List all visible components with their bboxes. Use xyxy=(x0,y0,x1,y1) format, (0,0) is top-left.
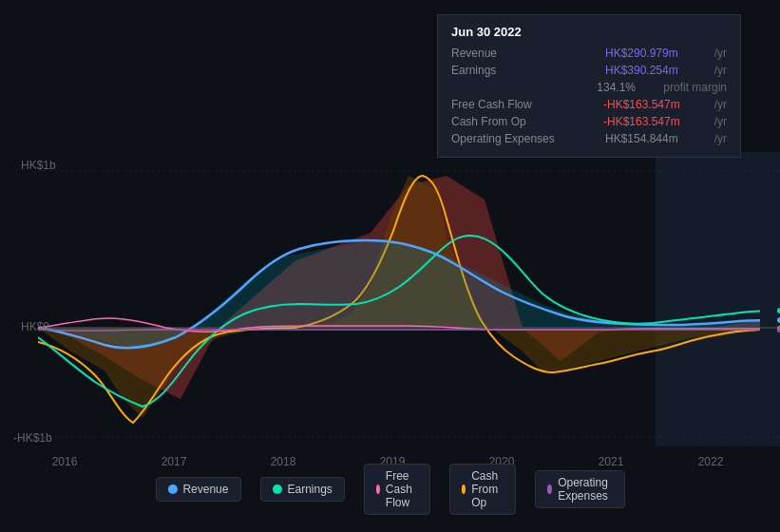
tooltip-profit-margin-value: 134.1% xyxy=(597,81,636,94)
legend-revenue-label: Revenue xyxy=(182,483,228,496)
tooltip-cashfromop-row: Cash From Op -HK$163.547m /yr xyxy=(451,113,727,130)
legend-cashfromop-label: Cash From Op xyxy=(471,469,504,509)
legend-fcf-label: Free Cash Flow xyxy=(386,469,418,509)
legend-opex-label: Operating Expenses xyxy=(558,476,612,503)
legend: Revenue Earnings Free Cash Flow Cash Fro… xyxy=(155,464,624,515)
tooltip-earnings-value: HK$390.254m xyxy=(605,64,678,77)
tooltip-revenue-row: Revenue HK$290.979m /yr xyxy=(451,45,727,62)
svg-text:2022: 2022 xyxy=(698,455,724,468)
legend-earnings-dot xyxy=(272,484,281,494)
tooltip-profit-margin-row: 134.1% profit margin xyxy=(451,79,727,96)
tooltip-date: Jun 30 2022 xyxy=(451,25,727,39)
tooltip-earnings-row: Earnings HK$390.254m /yr xyxy=(451,62,727,79)
tooltip-revenue-unit: /yr xyxy=(714,47,727,60)
tooltip-box: Jun 30 2022 Revenue HK$290.979m /yr Earn… xyxy=(437,14,741,158)
legend-revenue-dot xyxy=(167,484,177,494)
tooltip-revenue-label: Revenue xyxy=(451,47,575,60)
tooltip-opex-value: HK$154.844m xyxy=(605,132,678,145)
legend-operating-expenses[interactable]: Operating Expenses xyxy=(535,470,625,508)
tooltip-cashfromop-unit: /yr xyxy=(714,115,727,128)
legend-opex-dot xyxy=(547,484,552,494)
tooltip-earnings-label: Earnings xyxy=(451,64,575,77)
legend-earnings[interactable]: Earnings xyxy=(259,477,344,502)
tooltip-opex-label: Operating Expenses xyxy=(451,132,575,145)
tooltip-fcf-unit: /yr xyxy=(714,98,727,111)
tooltip-earnings-unit: /yr xyxy=(714,64,727,77)
tooltip-revenue-value: HK$290.979m xyxy=(605,47,678,60)
chart-container: HK$1b HK$0 -HK$1b 2016 2017 2018 2019 20… xyxy=(0,0,780,532)
legend-free-cash-flow[interactable]: Free Cash Flow xyxy=(364,464,430,515)
tooltip-cashfromop-value: -HK$163.547m xyxy=(603,115,680,128)
legend-cashfromop-dot xyxy=(462,484,466,494)
svg-text:2016: 2016 xyxy=(52,455,78,468)
tooltip-opex-row: Operating Expenses HK$154.844m /yr xyxy=(451,130,727,147)
legend-revenue[interactable]: Revenue xyxy=(155,477,240,502)
tooltip-opex-unit: /yr xyxy=(714,132,727,145)
svg-text:HK$1b: HK$1b xyxy=(21,159,56,172)
legend-cash-from-op[interactable]: Cash From Op xyxy=(449,464,516,515)
tooltip-profit-margin-suffix: profit margin xyxy=(663,81,727,94)
tooltip-fcf-row: Free Cash Flow -HK$163.547m /yr xyxy=(451,96,727,113)
tooltip-cashfromop-label: Cash From Op xyxy=(451,115,575,128)
svg-text:HK$0: HK$0 xyxy=(21,320,49,333)
legend-earnings-label: Earnings xyxy=(287,483,332,496)
tooltip-fcf-value: -HK$163.547m xyxy=(603,98,680,111)
svg-rect-2 xyxy=(656,152,780,446)
tooltip-fcf-label: Free Cash Flow xyxy=(451,98,575,111)
svg-text:-HK$1b: -HK$1b xyxy=(13,431,52,445)
legend-fcf-dot xyxy=(376,484,380,494)
